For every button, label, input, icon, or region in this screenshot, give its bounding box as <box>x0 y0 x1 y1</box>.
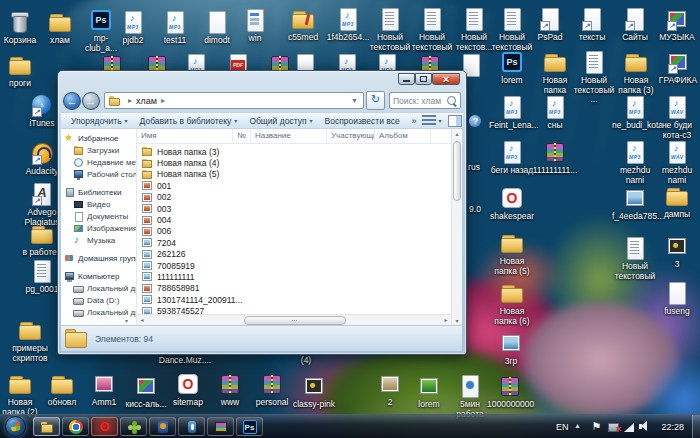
help-icon[interactable]: ? <box>469 115 481 127</box>
desktop-icon[interactable]: test11 <box>152 10 198 46</box>
vertical-scrollbar[interactable]: ▴ ▾ <box>451 129 462 326</box>
toolbar-button[interactable]: Воспроизвести все <box>319 114 406 128</box>
sidebar-item[interactable]: Недавние места <box>61 156 136 168</box>
desktop-icon[interactable]: c55med <box>280 7 326 43</box>
sidebar-item[interactable]: Рабочий стол <box>61 168 136 180</box>
desktop-icon[interactable]: 1f4b2654... <box>325 7 371 43</box>
show-desktop-button[interactable] <box>692 415 700 438</box>
desktop-icon[interactable]: Новая папка (3) <box>613 50 659 95</box>
desktop-icon[interactable]: Новая папка (6) <box>489 281 535 326</box>
file-row[interactable]: 004 <box>137 214 451 225</box>
desktop-icon[interactable]: 1000000000 <box>487 374 533 410</box>
toolbar-button[interactable]: Упорядочить▾ <box>65 114 134 128</box>
sidebar-section[interactable]: Библиотеки <box>61 186 136 198</box>
address-bar[interactable]: ▸ хлам ▸ ▼ <box>104 92 364 109</box>
scroll-up-icon[interactable]: ▴ <box>452 129 462 139</box>
maximize-button[interactable] <box>415 73 432 85</box>
sidebar-section[interactable]: Избранное <box>61 132 136 144</box>
desktop-icon[interactable]: 3 <box>654 234 700 270</box>
file-row[interactable]: 70085919 <box>137 260 451 271</box>
search-input[interactable]: Поиск: хлам <box>389 92 461 109</box>
desktop-icon[interactable]: ne_budi_kota <box>612 95 658 131</box>
desktop-icon[interactable]: Amm1 <box>81 372 127 408</box>
taskbar-app-opera[interactable] <box>91 417 118 436</box>
network-error-icon[interactable] <box>607 420 619 434</box>
signal-icon[interactable] <box>623 420 635 434</box>
column-header[interactable]: Альбом <box>375 129 431 143</box>
file-row[interactable]: 006 <box>137 226 451 237</box>
hidden-icons-chevron-icon[interactable] <box>575 420 587 434</box>
file-row[interactable]: 111111111 <box>137 271 451 282</box>
address-dropdown-icon[interactable]: ▼ <box>348 97 361 104</box>
desktop-icon[interactable]: обновл <box>39 372 85 408</box>
file-row[interactable]: 001 <box>137 180 451 191</box>
desktop-icon[interactable]: mezhdu nami <box>612 140 658 185</box>
toolbar-button[interactable]: » <box>406 114 423 128</box>
desktop-icon[interactable]: примеры скриптов <box>7 318 53 363</box>
desktop-icon[interactable]: 111111111... <box>532 140 578 176</box>
taskbar-app-qip[interactable] <box>178 417 205 436</box>
file-row[interactable]: Новая папка (5) <box>137 169 451 180</box>
desktop-icon[interactable]: не буди кота-c3 <box>654 95 700 140</box>
column-header[interactable]: Название <box>251 129 327 143</box>
file-row[interactable]: 003 <box>137 203 451 214</box>
desktop-icon[interactable]: беги назад <box>489 140 535 176</box>
forward-button[interactable] <box>82 92 100 110</box>
taskbar-app-chrome[interactable] <box>62 417 89 436</box>
file-row[interactable]: 002 <box>137 192 451 203</box>
desktop-icon[interactable]: Новая папка (5) <box>489 231 535 276</box>
file-row[interactable]: 262126 <box>137 249 451 260</box>
hscroll-thumb[interactable] <box>244 316 346 325</box>
desktop-icon[interactable]: МУЗЫКА <box>654 7 700 43</box>
desktop-icon[interactable]: ГРАФИКА <box>655 50 700 86</box>
desktop-icon[interactable]: 3гр <box>488 331 534 367</box>
desktop-icon[interactable]: Новый текстовый <box>612 236 658 281</box>
taskbar-app-explorer[interactable] <box>33 417 60 436</box>
vscroll-thumb[interactable] <box>453 141 461 201</box>
desktop-icon[interactable]: fuseng <box>654 281 700 317</box>
minimize-button[interactable] <box>398 73 415 85</box>
desktop-icon[interactable]: mezhdu nami <box>654 140 700 185</box>
sidebar-item[interactable]: Data (D:) <box>61 294 136 306</box>
start-button[interactable] <box>5 416 26 437</box>
desktop-icon[interactable]: lorem <box>406 374 452 410</box>
file-row[interactable]: 7204 <box>137 237 451 248</box>
file-row[interactable]: Новая папка (4) <box>137 157 451 168</box>
desktop-icon[interactable]: sitemap <box>165 372 211 408</box>
desktop-icon[interactable]: PsPad <box>527 7 573 43</box>
desktop-icon[interactable]: lorem <box>489 50 535 86</box>
toolbar-button[interactable]: Общий доступ▾ <box>243 114 318 128</box>
desktop-icon[interactable]: Новая папка (2) <box>0 372 43 417</box>
desktop-icon[interactable]: Сайты <box>612 7 658 43</box>
close-button[interactable] <box>432 73 460 85</box>
preview-pane-icon[interactable] <box>448 115 462 127</box>
desktop-icon[interactable]: www <box>207 372 253 408</box>
sidebar-item[interactable]: Загрузки <box>61 144 136 156</box>
clock[interactable]: 22:28 <box>661 422 684 432</box>
desktop-icon[interactable]: pjdb2 <box>110 10 156 46</box>
file-row[interactable]: Новая папка (3) <box>137 146 451 157</box>
column-header[interactable]: № <box>233 129 251 143</box>
column-header[interactable]: Участвующие ис... <box>327 129 375 143</box>
window-titlebar[interactable] <box>58 71 466 89</box>
breadcrumb[interactable]: хлам <box>136 96 157 106</box>
desktop-icon[interactable]: personal <box>249 372 295 408</box>
sidebar-item[interactable]: Изображения <box>61 222 136 234</box>
desktop-icon[interactable]: дампы <box>654 184 700 220</box>
file-row[interactable]: 1301741114_200911... <box>137 294 451 305</box>
volume-icon[interactable] <box>639 420 651 434</box>
taskbar-app-icq[interactable] <box>120 417 147 436</box>
refresh-button[interactable] <box>366 91 385 110</box>
sidebar-item[interactable]: Музыка <box>61 234 136 246</box>
sidebar-item[interactable]: Видео <box>61 198 136 210</box>
desktop-icon[interactable]: f_4eeda785... <box>612 186 658 222</box>
taskbar-app-photoshop[interactable] <box>236 417 263 436</box>
sidebar-item[interactable]: Локальный диск <box>61 282 136 294</box>
views-dropdown-icon[interactable]: ▾ <box>438 117 441 124</box>
action-center-flag-icon[interactable] <box>591 420 603 434</box>
toolbar-button[interactable]: Добавить в библиотеку▾ <box>134 114 244 128</box>
sidebar-section[interactable]: Компьютер <box>61 270 136 282</box>
desktop-icon[interactable]: classy-pink <box>291 374 337 410</box>
desktop-icon[interactable]: Feint_Lena... <box>489 95 535 131</box>
desktop-icon[interactable]: win <box>232 8 278 44</box>
